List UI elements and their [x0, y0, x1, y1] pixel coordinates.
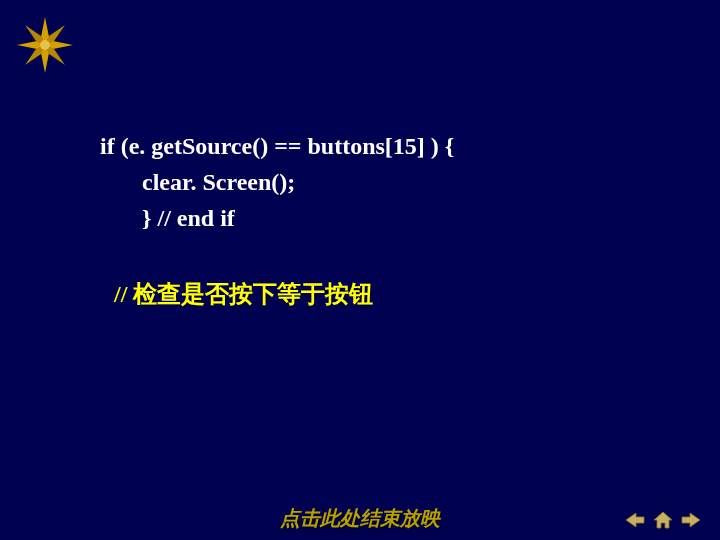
code-line-1: if (e. getSource() == buttons[15] ) { — [100, 128, 680, 164]
prev-arrow-icon — [624, 510, 646, 530]
comment-line: // 检查是否按下等于按钮 — [100, 278, 680, 310]
next-button[interactable] — [680, 510, 702, 530]
star-icon — [15, 15, 75, 75]
nav-controls — [624, 510, 702, 530]
code-line-3: } // end if — [100, 200, 680, 236]
slide-content: if (e. getSource() == buttons[15] ) { cl… — [100, 128, 680, 310]
home-button[interactable] — [652, 510, 674, 530]
home-icon — [652, 510, 674, 530]
prev-button[interactable] — [624, 510, 646, 530]
svg-point-8 — [40, 40, 50, 50]
next-arrow-icon — [680, 510, 702, 530]
svg-marker-11 — [682, 513, 700, 527]
star-decoration — [15, 15, 75, 75]
svg-marker-9 — [626, 513, 644, 527]
end-slideshow-link[interactable]: 点击此处结束放映 — [280, 505, 440, 532]
svg-marker-10 — [654, 512, 672, 528]
code-line-2: clear. Screen(); — [100, 164, 680, 200]
